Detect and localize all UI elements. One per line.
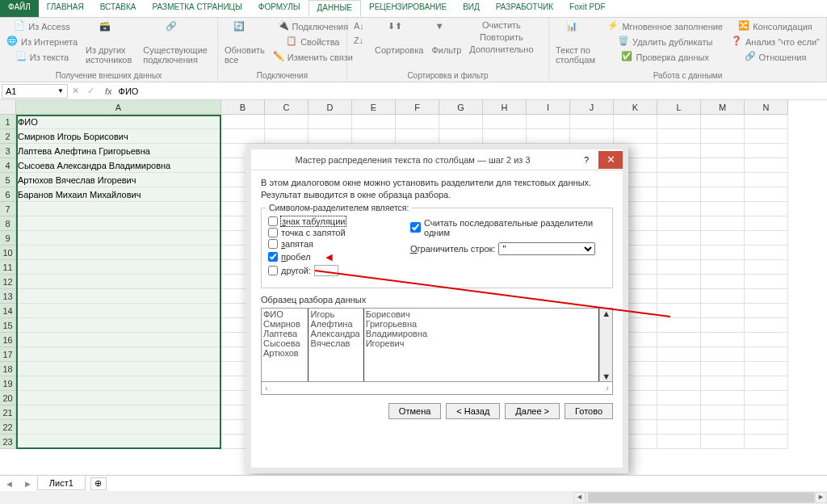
cell[interactable]	[396, 115, 439, 129]
cell[interactable]	[527, 115, 570, 129]
name-box[interactable]: A1▼	[2, 84, 68, 99]
cell[interactable]	[16, 362, 221, 376]
cell[interactable]	[657, 405, 701, 420]
cell[interactable]	[396, 129, 439, 144]
cell[interactable]	[352, 115, 396, 129]
row-header[interactable]: 11	[0, 260, 16, 275]
cell[interactable]	[745, 347, 788, 362]
cell[interactable]	[657, 275, 701, 289]
btn-remove-dup[interactable]: 🗑️Удалить дубликаты	[606, 35, 724, 49]
col-header-L[interactable]: L	[657, 100, 701, 115]
formula-input[interactable]	[119, 84, 827, 99]
btn-from-other[interactable]: 🗃️Из других источников	[84, 19, 136, 66]
cell[interactable]	[16, 391, 221, 405]
row-header[interactable]: 6	[0, 187, 16, 202]
cell[interactable]	[701, 362, 745, 376]
row-header[interactable]: 7	[0, 202, 16, 216]
col-header-G[interactable]: G	[439, 100, 483, 115]
cell[interactable]	[701, 376, 745, 391]
btn-finish[interactable]: Готово	[565, 403, 613, 419]
cell[interactable]	[16, 405, 221, 420]
cell[interactable]	[16, 202, 221, 216]
row-header[interactable]: 18	[0, 362, 16, 376]
row-header[interactable]: 1	[0, 115, 16, 129]
cell[interactable]	[745, 318, 788, 333]
cell[interactable]: Лаптева Алефтина Григорьевна	[16, 144, 221, 158]
cell[interactable]	[701, 129, 745, 144]
cell[interactable]	[745, 333, 788, 347]
row-header[interactable]: 5	[0, 173, 16, 187]
btn-sort-az[interactable]: A↓Z↓	[352, 19, 368, 50]
tab-view[interactable]: ВИД	[455, 0, 488, 17]
cell[interactable]	[657, 333, 701, 347]
cell[interactable]	[657, 420, 701, 435]
btn-next[interactable]: Далее >	[505, 403, 560, 419]
cell[interactable]	[657, 144, 701, 158]
chk-treat-consecutive[interactable]	[410, 222, 421, 233]
cell[interactable]	[701, 202, 745, 216]
cell[interactable]	[701, 260, 745, 275]
cell[interactable]	[657, 318, 701, 333]
sheet-tab-1[interactable]: Лист1	[37, 477, 86, 490]
cell[interactable]	[745, 362, 788, 376]
row-header[interactable]: 14	[0, 304, 16, 318]
btn-refresh-all[interactable]: 🔄Обновить все	[223, 19, 267, 66]
scroll-up-icon[interactable]: ▲	[600, 309, 612, 318]
tab-data[interactable]: ДАННЫЕ	[309, 0, 361, 17]
chk-comma[interactable]	[268, 239, 278, 249]
cell[interactable]	[657, 158, 701, 173]
col-header-M[interactable]: M	[701, 100, 745, 115]
row-header[interactable]: 17	[0, 347, 16, 362]
cell[interactable]	[745, 231, 788, 246]
row-header[interactable]: 8	[0, 216, 16, 231]
btn-relationships[interactable]: 🔗Отношения	[729, 50, 821, 65]
cell[interactable]	[657, 304, 701, 318]
cell[interactable]	[745, 202, 788, 216]
chk-space[interactable]	[268, 252, 278, 262]
cell[interactable]	[309, 115, 352, 129]
cell[interactable]	[16, 420, 221, 435]
tab-developer[interactable]: РАЗРАБОТЧИК	[488, 0, 561, 17]
scroll-down-icon[interactable]: ▼	[600, 372, 612, 381]
cell[interactable]	[657, 260, 701, 275]
cell[interactable]	[570, 129, 614, 144]
cell[interactable]	[657, 246, 701, 260]
btn-whatif[interactable]: ❓Анализ "что если"	[729, 35, 821, 49]
btn-from-text[interactable]: 📃Из текста	[5, 50, 79, 65]
cell[interactable]	[657, 347, 701, 362]
cell[interactable]	[745, 246, 788, 260]
btn-advanced[interactable]: Дополнительно	[468, 44, 535, 55]
cell[interactable]: Сысоева Александра Владимировна	[16, 158, 221, 173]
accept-icon[interactable]: ✓	[83, 86, 99, 96]
col-header-A[interactable]: A	[16, 100, 221, 115]
cell[interactable]	[701, 333, 745, 347]
cell[interactable]	[745, 376, 788, 391]
col-header-B[interactable]: B	[221, 100, 265, 115]
cell[interactable]	[701, 158, 745, 173]
cell[interactable]	[701, 435, 745, 449]
cell[interactable]	[16, 275, 221, 289]
help-button[interactable]: ?	[574, 151, 598, 169]
row-header[interactable]: 3	[0, 144, 16, 158]
cell[interactable]	[745, 391, 788, 405]
cell[interactable]	[16, 435, 221, 449]
col-header-H[interactable]: H	[483, 100, 527, 115]
btn-back[interactable]: < Назад	[446, 403, 500, 419]
btn-properties[interactable]: 📋Свойства	[271, 35, 355, 49]
col-header-F[interactable]: F	[396, 100, 439, 115]
cell[interactable]	[745, 158, 788, 173]
cell[interactable]	[701, 289, 745, 304]
btn-clear[interactable]: Очистить	[468, 19, 535, 31]
row-header[interactable]: 13	[0, 289, 16, 304]
cell[interactable]	[16, 246, 221, 260]
cell[interactable]	[657, 173, 701, 187]
row-header[interactable]: 4	[0, 158, 16, 173]
cell[interactable]	[16, 333, 221, 347]
cell[interactable]	[745, 129, 788, 144]
cell[interactable]	[570, 115, 614, 129]
col-header-N[interactable]: N	[745, 100, 788, 115]
cell[interactable]	[745, 260, 788, 275]
cell[interactable]	[701, 347, 745, 362]
cell[interactable]	[614, 115, 657, 129]
btn-cancel[interactable]: Отмена	[388, 403, 441, 419]
